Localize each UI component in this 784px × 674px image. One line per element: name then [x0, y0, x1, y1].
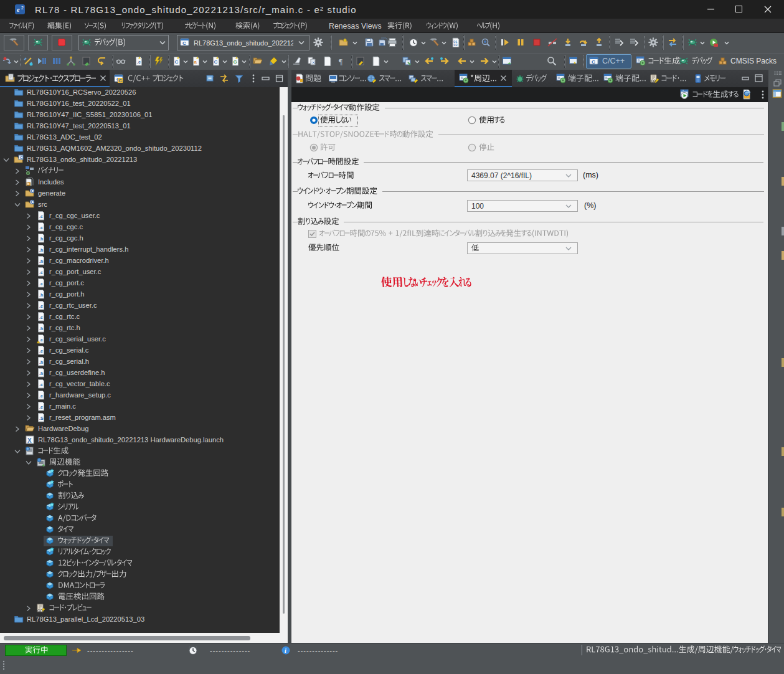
- svg-text:.h: .h: [39, 371, 43, 376]
- svg-text:C: C: [31, 200, 34, 204]
- svg-text:.S: .S: [39, 416, 44, 420]
- svg-text:C: C: [31, 189, 34, 193]
- svg-text:¶: ¶: [339, 57, 342, 66]
- svg-text:.h: .h: [39, 326, 43, 331]
- svg-text:.c: .c: [39, 225, 43, 230]
- svg-text:C: C: [214, 59, 218, 65]
- svg-text:C: C: [20, 156, 23, 159]
- svg-text:C: C: [119, 78, 122, 83]
- svg-text:.c: .c: [137, 60, 141, 64]
- svg-text:.h: .h: [39, 237, 43, 241]
- svg-text:.c: .c: [39, 338, 43, 342]
- svg-text:.c: .c: [39, 349, 43, 353]
- svg-text:.c: .c: [39, 405, 43, 409]
- svg-text:.c: .c: [39, 382, 43, 387]
- svg-text:.c: .c: [39, 304, 43, 308]
- svg-text:X: X: [27, 437, 32, 444]
- svg-text:10: 10: [453, 43, 458, 47]
- svg-text:G: G: [234, 59, 237, 65]
- svg-text:C: C: [182, 40, 186, 46]
- svg-text:.c: .c: [39, 394, 43, 398]
- svg-text:a: a: [194, 59, 197, 65]
- svg-text:C: C: [592, 59, 595, 65]
- svg-text:.h: .h: [39, 360, 43, 364]
- svg-text:C: C: [175, 59, 179, 65]
- svg-text:e: e: [17, 6, 20, 13]
- svg-text:.c: .c: [39, 315, 43, 320]
- svg-text:.c: .c: [39, 214, 43, 219]
- svg-text:.c: .c: [39, 282, 43, 286]
- svg-text:.h: .h: [39, 293, 43, 297]
- svg-text:.h: .h: [39, 248, 43, 252]
- svg-text:2: 2: [21, 6, 24, 10]
- svg-text:h: h: [27, 183, 29, 186]
- svg-text:.h: .h: [39, 259, 43, 263]
- svg-text:i: i: [285, 647, 286, 654]
- svg-text:.c: .c: [39, 270, 43, 275]
